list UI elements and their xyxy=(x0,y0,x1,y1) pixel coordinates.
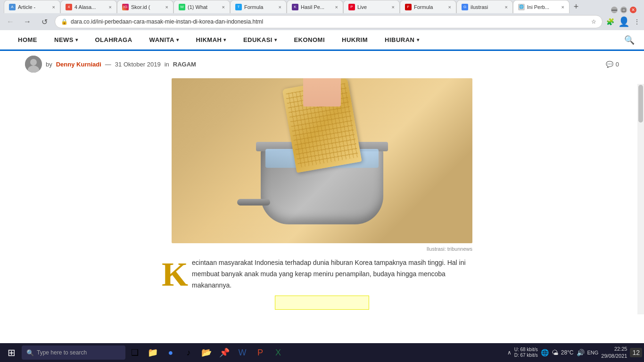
comment-count-area: 💬 0 xyxy=(606,61,619,68)
forward-button[interactable]: → xyxy=(21,15,34,28)
tab-title-2: 4 Alasa... xyxy=(74,4,105,10)
taskbar-search-text: Type here to search xyxy=(37,349,87,356)
image-caption: Ilustrasi: tribunnews xyxy=(172,246,472,252)
taskbar-search-icon: 🔍 xyxy=(26,349,34,356)
time-display: 22:25 xyxy=(601,346,627,353)
tab-ini-active[interactable]: 🌐 Ini Perb... × xyxy=(513,0,570,13)
tab-close-10[interactable]: × xyxy=(561,4,564,10)
tab-title-7: Live xyxy=(357,4,388,10)
close-button[interactable]: × xyxy=(630,7,636,13)
tab-close-6[interactable]: × xyxy=(335,4,338,10)
nav-news[interactable]: NEWS ▾ xyxy=(46,30,87,50)
tab-close-7[interactable]: × xyxy=(392,4,395,10)
file-explorer-icon: 📁 xyxy=(148,347,158,358)
nav-home[interactable]: HOME xyxy=(9,30,46,50)
tab-close-2[interactable]: × xyxy=(109,4,112,10)
hand xyxy=(303,78,341,107)
page-wrapper: A Article - × 4 4 Alasa... × IG Skor.id … xyxy=(0,0,644,314)
nav-hukrim[interactable]: HUKRIM xyxy=(333,30,376,50)
tab-title-3: Skor.id ( xyxy=(131,4,161,10)
menu-icon[interactable]: ⋮ xyxy=(634,18,640,25)
sticky-button[interactable]: 📌 xyxy=(216,344,233,361)
taskbar-search-box[interactable]: 🔍 Type here to search xyxy=(22,346,125,360)
tab-favicon-8: F xyxy=(405,4,412,10)
language-indicator[interactable]: ENG xyxy=(587,350,599,355)
tab-close-8[interactable]: × xyxy=(448,4,451,10)
tab-close-1[interactable]: × xyxy=(52,4,55,10)
tab-article[interactable]: A Article - × xyxy=(4,0,60,13)
dash-separator: — xyxy=(105,61,111,68)
author-name[interactable]: Denny Kurniadi xyxy=(56,61,101,68)
hiburan-caret: ▾ xyxy=(417,37,420,42)
minimize-button[interactable]: — xyxy=(611,7,618,13)
tab-live[interactable]: P Live × xyxy=(343,0,400,13)
sound-icon[interactable]: 🔊 xyxy=(577,349,585,356)
back-button[interactable]: ← xyxy=(4,15,17,28)
tabs-row: A Article - × 4 4 Alasa... × IG Skor.id … xyxy=(0,0,644,13)
browser-chrome: A Article - × 4 4 Alasa... × IG Skor.id … xyxy=(0,0,644,30)
tab-close-5[interactable]: × xyxy=(279,4,281,10)
temperature-display: 28°C xyxy=(561,349,574,356)
task-view-button[interactable]: ❑ xyxy=(126,344,143,361)
nav-ekonomi[interactable]: EKONOMI xyxy=(285,30,333,50)
profile-icon[interactable]: 👤 xyxy=(618,16,630,27)
author-avatar xyxy=(25,56,42,73)
tab-what[interactable]: W (1) What × xyxy=(173,0,230,13)
weather-icon[interactable]: 🌤 xyxy=(552,349,558,356)
address-icons: 🧩 👤 ⋮ xyxy=(606,16,640,27)
excel-button[interactable]: X xyxy=(270,344,287,361)
date-display: 29/08/2021 xyxy=(601,353,627,360)
nav-hikmah[interactable]: HIKMAH ▾ xyxy=(187,30,235,50)
file-explorer-button[interactable]: 📁 xyxy=(144,344,161,361)
powerpoint-button[interactable]: P xyxy=(252,344,269,361)
scrollbar-thumb[interactable] xyxy=(638,85,643,123)
tab-hasilper[interactable]: K Hasil Pe... × xyxy=(287,0,343,13)
nav-hiburan[interactable]: HIBURAN ▾ xyxy=(376,30,428,50)
start-button[interactable]: ⊞ xyxy=(2,344,21,361)
media-button[interactable]: ♪ xyxy=(180,344,197,361)
tab-close-4[interactable]: × xyxy=(222,4,225,10)
comment-icon: 💬 xyxy=(606,61,613,68)
tab-favicon-6: K xyxy=(292,4,298,10)
tab-favicon-1: A xyxy=(9,4,16,10)
article-category[interactable]: RAGAM xyxy=(173,61,196,68)
tab-title-10: Ini Perb... xyxy=(527,4,557,10)
folder-button[interactable]: 📂 xyxy=(198,344,215,361)
folder-icon: 📂 xyxy=(201,347,212,358)
tab-formula2[interactable]: F Formula × xyxy=(400,0,456,13)
tab-title-1: Article - xyxy=(18,4,48,10)
nav-olahraga[interactable]: OLAHRAGA xyxy=(87,30,141,50)
article-image-wrap xyxy=(25,78,619,243)
tab-ilustrasi[interactable]: G ilustrasi × xyxy=(456,0,513,13)
tab-skorid[interactable]: IG Skor.id ( × xyxy=(117,0,173,13)
extensions-icon[interactable]: 🧩 xyxy=(606,18,614,25)
website: HOME NEWS ▾ OLAHRAGA WANITA ▾ HIKMAH ▾ E… xyxy=(0,30,644,314)
tab-formula1[interactable]: T Formula × xyxy=(230,0,287,13)
search-icon[interactable]: 🔍 xyxy=(624,35,635,45)
maximize-button[interactable]: □ xyxy=(620,7,627,13)
chrome-taskbar-button[interactable]: ● xyxy=(162,344,179,361)
word-icon: W xyxy=(239,348,247,358)
tab-favicon-4: W xyxy=(179,4,185,10)
refresh-button[interactable]: ↺ xyxy=(38,15,51,28)
tab-close-9[interactable]: × xyxy=(505,4,508,10)
star-icon[interactable]: ☆ xyxy=(591,18,596,25)
tab-close-3[interactable]: × xyxy=(165,4,168,10)
taskbar: ⊞ 🔍 Type here to search ❑ 📁 ● ♪ 📂 📌 W P xyxy=(0,343,644,362)
url-bar[interactable]: 🔒 dara.co.id/ini-perbedaan-cara-masak-mi… xyxy=(55,15,603,28)
system-tray-up-arrow[interactable]: ∧ xyxy=(507,349,512,356)
chrome-taskbar-icon: ● xyxy=(168,348,173,358)
word-button[interactable]: W xyxy=(234,344,251,361)
nav-wanita[interactable]: WANITA ▾ xyxy=(141,30,188,50)
system-tray: ∧ U: 68 kbit/s D: 67 kbit/s 🌐 🌤 28°C 🔊 E… xyxy=(507,346,642,360)
svg-point-1 xyxy=(30,59,37,66)
edukasi-caret: ▾ xyxy=(274,37,277,42)
scrollbar[interactable] xyxy=(637,84,644,314)
nav-edukasi[interactable]: EDUKASI ▾ xyxy=(235,30,286,50)
network-icon[interactable]: 🌐 xyxy=(541,349,549,356)
tab-favicon-2: 4 xyxy=(66,4,72,10)
new-tab-button[interactable]: + xyxy=(570,0,583,13)
task-view-icon: ❑ xyxy=(131,347,139,358)
tab-4alasan[interactable]: 4 4 Alasa... × xyxy=(60,0,117,13)
notification-button[interactable]: 12 xyxy=(630,348,642,357)
